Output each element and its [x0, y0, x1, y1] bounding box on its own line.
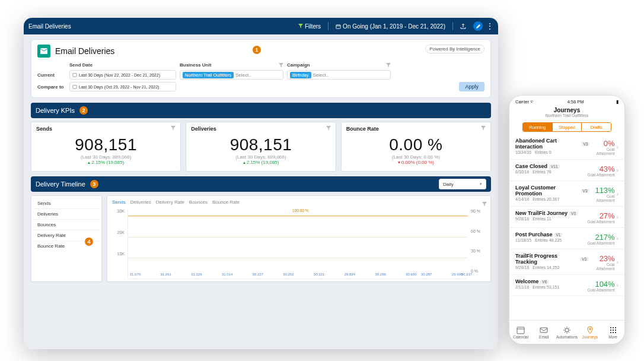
bar-label: 30,202	[283, 273, 294, 276]
business-unit-select[interactable]: Northern Trail Outfitters Select..	[180, 70, 283, 80]
timeline-metric-item[interactable]: Deliveries	[34, 209, 99, 220]
campaign-select[interactable]: Birthday Select..	[287, 70, 391, 80]
legend-sends[interactable]: Sends	[112, 200, 126, 207]
marker-1-wrap: 1	[253, 43, 261, 54]
mail-icon	[37, 45, 50, 58]
gear-icon	[563, 326, 571, 334]
svg-point-12	[613, 330, 614, 331]
kpi-card[interactable]: Bounce Rate 0.00 % (Last 30 Days: 0.00 %…	[341, 122, 491, 172]
calendar-icon	[336, 24, 341, 29]
funnel-icon[interactable]	[482, 202, 487, 207]
svg-point-6	[565, 328, 569, 332]
send-date-header: Send Date	[69, 62, 176, 68]
journey-meta: 9/28/16 Entries 11	[515, 217, 578, 221]
chevron-right-icon: ›	[617, 282, 619, 289]
tab-email[interactable]: Email	[533, 321, 556, 344]
svg-point-10	[615, 327, 616, 328]
tab-more[interactable]: More	[601, 321, 624, 344]
timeline-granularity-select[interactable]: Daily ▾	[439, 179, 486, 189]
apply-button[interactable]: Apply	[459, 82, 484, 91]
share-button[interactable]	[457, 22, 470, 30]
journey-name: Abandoned Cart Interaction V3	[515, 138, 589, 150]
goal-label: Goal Attainment	[589, 194, 615, 202]
tab-automations[interactable]: Automations	[556, 321, 579, 344]
segment-running[interactable]: Running	[523, 123, 553, 131]
mobile-device: Carrier ᯤ 4:58 PM ▮ Journeys Northern Tr…	[509, 95, 625, 344]
journey-row[interactable]: New TrailFit Journey V3 9/28/16 Entries …	[509, 207, 624, 228]
bar-label: 30,600	[406, 273, 416, 276]
kpi-section-header: Delivery KPIs 2	[31, 103, 491, 118]
journey-meta: 4/14/16 Entries 20,367	[515, 197, 589, 201]
journey-meta: 2/11/16 Entries 53,151	[515, 285, 559, 289]
filters-button[interactable]: Filters	[295, 22, 324, 31]
journey-row[interactable]: Loyal Customer Promotion V3 4/14/16 Entr…	[509, 181, 624, 207]
kpi-card[interactable]: Deliveries 908,151 (Last 30 Days: 889,06…	[186, 122, 336, 172]
page-body: Email Deliveries Powered By Intelligence…	[24, 34, 498, 289]
journey-name: Post Purchase V1	[515, 232, 562, 238]
funnel-icon[interactable]	[386, 63, 391, 68]
goal-label: Goal Attainment	[589, 147, 614, 156]
chevron-right-icon: ›	[617, 167, 619, 173]
timeline-metric-item[interactable]: Sends	[34, 198, 99, 209]
journey-meta: 11/18/15 Entries 48,225	[515, 238, 562, 242]
edit-button[interactable]	[473, 21, 483, 31]
compare-label: Compare to	[37, 84, 66, 90]
journey-list[interactable]: Abandoned Cart Interaction V3 10/24/16 E…	[509, 134, 624, 320]
journey-name: Case Closed V11	[515, 163, 560, 169]
journey-meta: 8/30/16 Entries 78	[515, 170, 560, 174]
funnel-icon[interactable]	[279, 63, 283, 68]
version-tag: V11	[549, 164, 560, 169]
topbar-title: Email Deliveries	[28, 23, 71, 30]
campaign-header: Campaign	[287, 62, 391, 68]
delivery-rate-label: 100.00 %	[291, 208, 310, 213]
journey-row[interactable]: Post Purchase V1 11/18/15 Entries 48,225…	[509, 228, 624, 249]
segment-stopped[interactable]: Stopped	[553, 123, 582, 131]
chart-area: 30K20K10K 90 %60 %30 %0 % 100.00 % 31,07…	[112, 209, 486, 279]
funnel-icon[interactable]	[326, 126, 331, 131]
kpi-sub: (Last 30 Days: 889,066)	[36, 154, 176, 160]
more-menu-button[interactable]	[486, 26, 493, 27]
topbar: Email Deliveries Filters On Going (Jan 1…	[24, 18, 498, 34]
divider	[452, 22, 453, 30]
current-date-input[interactable]: Last 30 Days (Nov 22, 2022 - Dec 21, 202…	[69, 70, 176, 80]
tab-journeys[interactable]: Journeys	[578, 321, 601, 344]
funnel-icon[interactable]	[171, 126, 176, 131]
goal-label: Goal Attainment	[587, 241, 614, 245]
pencil-icon	[476, 24, 481, 29]
bar-label: 30,221	[314, 273, 324, 276]
segment-drafts[interactable]: Drafts	[582, 123, 611, 131]
segmented-control[interactable]: Running Stopped Drafts	[522, 122, 611, 132]
bar-label: 30,287	[421, 273, 432, 276]
bar-label: 31,070	[130, 273, 141, 276]
funnel-icon[interactable]	[481, 126, 486, 131]
mail-icon	[540, 326, 548, 334]
divider	[328, 22, 329, 30]
journey-row[interactable]: TrailFit Progress Tracking V3 9/28/16 En…	[509, 249, 624, 275]
business-unit-header: Business Unit	[180, 62, 283, 68]
kpi-card[interactable]: Sends 908,151 (Last 30 Days: 889,066) ▴ …	[31, 122, 181, 172]
legend-bounce-rate[interactable]: Bounce Rate	[212, 200, 240, 207]
powered-badge: Powered By Intelligence	[425, 45, 484, 53]
journey-row[interactable]: Welcome V6 2/11/16 Entries 53,151 104% G…	[509, 275, 624, 296]
legend-bounces[interactable]: Bounces	[189, 200, 208, 207]
legend-deliveries[interactable]: Deliveries	[130, 200, 151, 207]
legend-delivery-rate[interactable]: Delivery Rate	[156, 200, 184, 207]
journey-row[interactable]: Abandoned Cart Interaction V3 10/24/16 E…	[509, 134, 624, 160]
grid-icon	[609, 326, 617, 334]
goal-label: Goal Attainment	[587, 220, 614, 224]
plot-area[interactable]: 100.00 % 31,07031,26131,22631,01430,2273…	[127, 209, 468, 279]
kpi-section-title: Delivery KPIs	[36, 107, 75, 114]
date-range-label: On Going (Jan 1, 2019 - Dec 21, 2022)	[343, 23, 445, 30]
timeline-metric-item[interactable]: Bounces	[34, 220, 99, 230]
compare-date-input[interactable]: Last 30 Days (Oct 23, 2022 - Nov 21, 202…	[69, 82, 176, 91]
version-tag: V3	[580, 257, 588, 261]
date-range-button[interactable]: On Going (Jan 1, 2019 - Dec 21, 2022)	[332, 22, 449, 31]
clock: 4:58 PM	[568, 99, 584, 104]
tab-calendar[interactable]: Calendar	[509, 321, 533, 344]
funnel-icon	[298, 24, 303, 28]
kpi-sub: (Last 30 Days: 889,066)	[191, 154, 330, 160]
bar-label: 31,261	[160, 273, 171, 276]
kpi-sub: (Last 30 Days: 0.00 %)	[346, 154, 486, 160]
journey-row[interactable]: Case Closed V11 8/30/16 Entries 78 43% G…	[509, 160, 624, 181]
version-tag: V3	[569, 211, 578, 216]
